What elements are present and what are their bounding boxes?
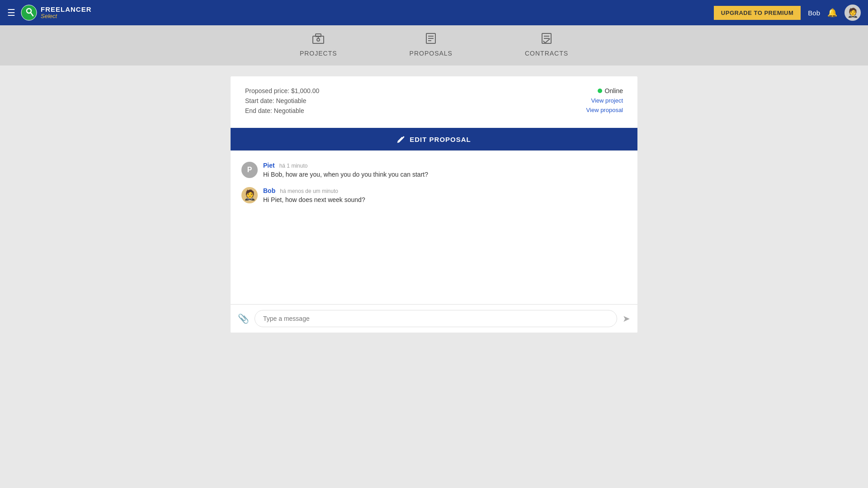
edit-proposal-label: EDIT PROPOSAL [410,136,471,143]
tab-proposals-label: PROPOSALS [410,50,453,57]
bob-sender-line: Bob há menos de um minuto [263,187,365,194]
tab-contracts-label: CONTRACTS [525,50,568,57]
bob-avatar: 🤵 [241,187,258,203]
send-icon[interactable]: ➤ [623,313,630,324]
secondary-nav: PROJECTS PROPOSALS CONTRACTS [0,25,868,66]
logo-icon [21,5,37,21]
hamburger-icon[interactable]: ☰ [7,7,15,18]
tab-projects-label: PROJECTS [300,50,337,57]
bob-timestamp: há menos de um minuto [280,188,338,194]
start-date-label: Start date: [245,97,276,104]
username-label: Bob [808,9,820,17]
online-label: Online [605,87,623,94]
piet-message-content: Piet há 1 minuto Hi Bob, how are you, wh… [263,162,428,178]
piet-name: Piet [263,162,275,169]
chat-section: P Piet há 1 minuto Hi Bob, how are you, … [231,150,637,333]
piet-sender-line: Piet há 1 minuto [263,162,428,169]
upgrade-button[interactable]: UPGRADE TO PREMIUM [714,6,801,20]
tab-proposals[interactable]: PROPOSALS [373,25,489,66]
bell-icon[interactable]: 🔔 [827,8,837,18]
attach-icon[interactable]: 📎 [238,313,249,324]
online-dot-icon [598,89,602,93]
edit-icon [397,135,405,143]
logo-select-text: Select [41,13,92,19]
edit-proposal-button[interactable]: EDIT PROPOSAL [231,128,637,150]
proposed-price-line: Proposed price: $1,000.00 [245,87,319,94]
message-input-row: 📎 ➤ [231,304,637,333]
piet-avatar: P [241,162,258,178]
end-date-line: End date: Negotiable [245,107,319,114]
piet-timestamp: há 1 minuto [279,163,308,169]
proposed-price-value: $1,000.00 [291,87,319,94]
main-content: Proposed price: $1,000.00 Start date: Ne… [231,76,637,333]
bob-message-text: Hi Piet, how does next week sound? [263,196,365,203]
svg-point-5 [317,38,320,41]
view-proposal-link[interactable]: View proposal [586,107,623,113]
message-input[interactable] [255,310,617,327]
chat-message-bob: 🤵 Bob há menos de um minuto Hi Piet, how… [241,187,627,203]
start-date-line: Start date: Negotiable [245,97,319,104]
proposal-details: Proposed price: $1,000.00 Start date: Ne… [245,87,319,117]
chat-messages: P Piet há 1 minuto Hi Bob, how are you, … [231,150,637,304]
view-project-link[interactable]: View project [591,97,623,104]
piet-message-text: Hi Bob, how are you, when you do you thi… [263,171,428,178]
top-nav: ☰ FREELANCER Select UPGRADE TO PREMIUM B… [0,0,868,25]
proposal-actions: Online View project View proposal [586,87,623,113]
logo-text: FREELANCER Select [41,6,92,20]
logo-freelancer-text: FREELANCER [41,6,92,14]
bob-message-content: Bob há menos de um minuto Hi Piet, how d… [263,187,365,203]
tab-projects[interactable]: PROJECTS [264,25,373,66]
end-date-label: End date: [245,107,274,114]
nav-right: UPGRADE TO PREMIUM Bob 🔔 🤵 [714,5,861,21]
logo: FREELANCER Select [21,5,92,21]
avatar[interactable]: 🤵 [844,5,861,21]
projects-icon [312,33,325,47]
proposals-icon [425,33,437,47]
start-date-value: Negotiable [276,97,306,104]
svg-rect-4 [316,34,321,37]
end-date-value: Negotiable [274,107,304,114]
online-status: Online [598,87,623,94]
proposal-info-card: Proposed price: $1,000.00 Start date: Ne… [231,76,637,128]
proposed-price-label: Proposed price: [245,87,291,94]
contracts-icon [541,33,552,47]
chat-message-piet: P Piet há 1 minuto Hi Bob, how are you, … [241,162,627,178]
tab-contracts[interactable]: CONTRACTS [489,25,604,66]
bob-name: Bob [263,187,275,194]
